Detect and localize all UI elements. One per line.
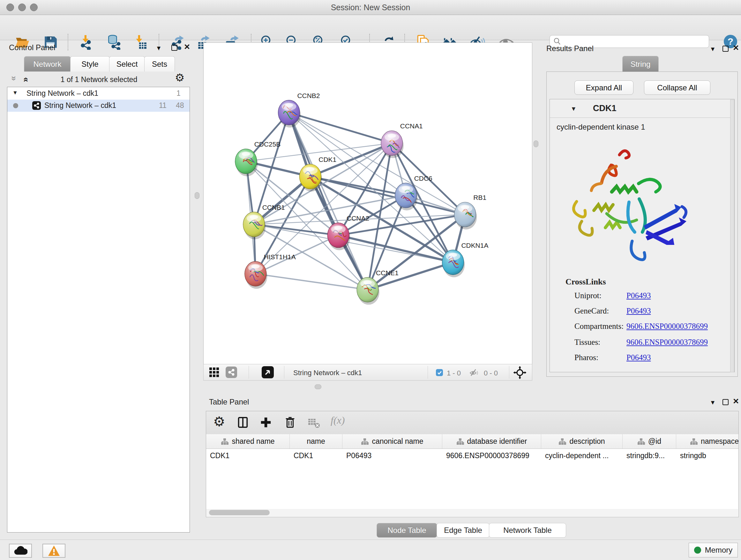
crosslink-compartments-link[interactable]: 9606.ENSP00000378699 [626, 322, 708, 331]
create-column-icon[interactable] [260, 416, 272, 430]
column-header-at-id[interactable]: @id [623, 434, 676, 449]
network-collection-label[interactable]: String Network – cdk1 [26, 89, 98, 98]
column-tree-icon [456, 438, 464, 445]
network-tree: ▼ String Network – cdk1 1 [7, 87, 190, 533]
node-label: HIST1H1A [264, 253, 296, 260]
tab-edge-table[interactable]: Edge Table [436, 523, 489, 538]
control-panel-title: Control Panel [9, 43, 55, 52]
network-canvas[interactable]: CCNB2CCNA1CDC25BCDK1CDC6RB1CCNB1CCNA2CDK… [203, 43, 532, 364]
title-bar: Session: New Session [0, 0, 741, 15]
detach-view-icon[interactable] [262, 366, 274, 378]
table-toolbar: ⚙ f(x) [206, 411, 738, 434]
table-row[interactable]: CDK1 CDK1 P06493 9606.ENSP00000378699 cy… [206, 449, 739, 462]
show-columns-icon[interactable] [237, 416, 249, 430]
results-panel-float-icon[interactable] [723, 46, 729, 52]
memory-label: Memory [705, 546, 733, 555]
tab-string[interactable]: String [622, 56, 659, 72]
cell-database-identifier[interactable]: 9606.ENSP00000378699 [442, 449, 541, 462]
network-item-label[interactable]: String Network – cdk1 [44, 101, 116, 110]
network-node-CCNE1[interactable]: CCNE1 [357, 269, 399, 305]
toolbar-separator [68, 34, 68, 51]
cell-namespace[interactable]: stringdb [676, 449, 739, 462]
control-panel-close-icon[interactable]: ✕ [184, 43, 190, 51]
table-panel-close-icon[interactable]: ✕ [733, 397, 739, 406]
cell-description[interactable]: cyclin-dependent ... [541, 449, 623, 462]
memory-button[interactable]: Memory [689, 543, 738, 557]
selected-checkbox-icon[interactable] [436, 369, 443, 376]
cell-shared-name[interactable]: CDK1 [206, 449, 290, 462]
warnings-button[interactable] [43, 544, 65, 558]
delete-column-trash-icon[interactable] [284, 416, 296, 430]
network-node-CDKN1A[interactable]: CDKN1A [442, 242, 488, 277]
tab-sets[interactable]: Sets [144, 56, 175, 71]
column-header-canonical-name[interactable]: canonical name [342, 434, 442, 449]
import-network-button[interactable] [77, 33, 95, 51]
crosslink-tissues-link[interactable]: 9606.ENSP00000378699 [626, 338, 708, 347]
network-options-gear-icon[interactable]: ⚙ [175, 72, 185, 83]
node-label: CDC6 [414, 175, 432, 182]
table-panel-menu-arrow-icon[interactable]: ▼ [710, 399, 716, 406]
right-splitter-handle[interactable] [534, 140, 538, 147]
node-label: CDKN1A [461, 242, 488, 249]
column-header-database-identifier[interactable]: database identifier [442, 434, 541, 449]
table-hscrollbar[interactable] [206, 509, 738, 516]
results-panel-close-icon[interactable]: ✕ [733, 44, 739, 52]
import-table-button[interactable] [131, 33, 149, 51]
tab-select[interactable]: Select [109, 56, 145, 71]
current-network-name: String Network – cdk1 [293, 369, 362, 377]
crosslink-label: Uniprot: [575, 291, 602, 300]
collapse-all-networks-icon[interactable]: » [20, 77, 30, 82]
tab-node-table[interactable]: Node Table [377, 523, 437, 538]
crosslink-uniprot-link[interactable]: P06493 [626, 291, 651, 300]
table-panel-float-icon[interactable] [723, 399, 729, 405]
left-splitter-handle[interactable] [195, 192, 199, 199]
column-header-namespace[interactable]: namespace [676, 434, 739, 449]
hidden-eye-slash-icon[interactable] [469, 368, 480, 379]
expand-all-button[interactable]: Expand All [575, 80, 633, 95]
cell-name[interactable]: CDK1 [290, 449, 342, 462]
table-options-gear-icon[interactable]: ⚙ [213, 415, 225, 428]
expand-all-networks-icon[interactable]: » [9, 76, 19, 81]
column-header-shared-name[interactable]: shared name [206, 434, 290, 449]
column-header-description[interactable]: description [541, 434, 623, 449]
card-divider [550, 118, 734, 118]
table-hscrollbar-thumb[interactable] [209, 510, 270, 515]
crosslink-genecard-link[interactable]: P06493 [626, 307, 651, 315]
bottom-splitter-handle[interactable] [315, 384, 321, 389]
column-tree-icon [558, 438, 566, 445]
column-tree-icon [690, 438, 697, 445]
grid-view-icon[interactable] [209, 367, 219, 379]
tab-style[interactable]: Style [70, 56, 110, 71]
function-builder-button[interactable]: f(x) [331, 415, 345, 426]
tab-network-table[interactable]: Network Table [489, 523, 566, 538]
network-node-HIST1H1A[interactable]: HIST1H1A [245, 253, 296, 289]
network-tree-row-selected[interactable]: String Network – cdk1 11 48 [7, 100, 190, 112]
crosslink-label: GeneCard: [575, 307, 609, 315]
delete-table-icon[interactable] [308, 418, 320, 430]
control-panel-float-icon[interactable] [172, 45, 178, 51]
crosslink-pharos-link[interactable]: P06493 [626, 353, 651, 362]
cell-at-id[interactable]: stringdb:9... [623, 449, 676, 462]
protein-structure-image [563, 145, 707, 270]
tree-expand-arrow-icon[interactable]: ▼ [12, 90, 18, 96]
results-panel-menu-arrow-icon[interactable]: ▼ [710, 46, 716, 53]
collapse-all-button[interactable]: Collapse All [644, 80, 711, 95]
cloud-services-button[interactable] [9, 544, 32, 558]
collection-count: 1 [177, 89, 181, 98]
column-header-name[interactable]: name [290, 434, 342, 449]
network-graph[interactable]: CCNB2CCNA1CDC25BCDK1CDC6RB1CCNB1CCNA2CDK… [204, 43, 532, 364]
network-share-icon[interactable] [226, 367, 237, 378]
node-label: RB1 [473, 194, 486, 201]
results-scrollbar[interactable] [730, 100, 734, 372]
birds-eye-view-icon[interactable] [513, 366, 527, 381]
cell-canonical-name[interactable]: P06493 [342, 449, 442, 462]
tab-network[interactable]: Network [24, 56, 71, 71]
network-toolbar-separator [284, 366, 284, 379]
memory-status-icon [694, 547, 701, 554]
import-network-from-database-button[interactable] [105, 33, 123, 51]
network-node-RB1[interactable]: RB1 [454, 194, 486, 230]
node-count: 11 [159, 101, 166, 110]
results-panel-title: Results Panel [546, 44, 594, 53]
card-collapse-arrow-icon[interactable]: ▼ [570, 105, 577, 112]
control-panel-menu-arrow-icon[interactable]: ▼ [156, 45, 162, 52]
